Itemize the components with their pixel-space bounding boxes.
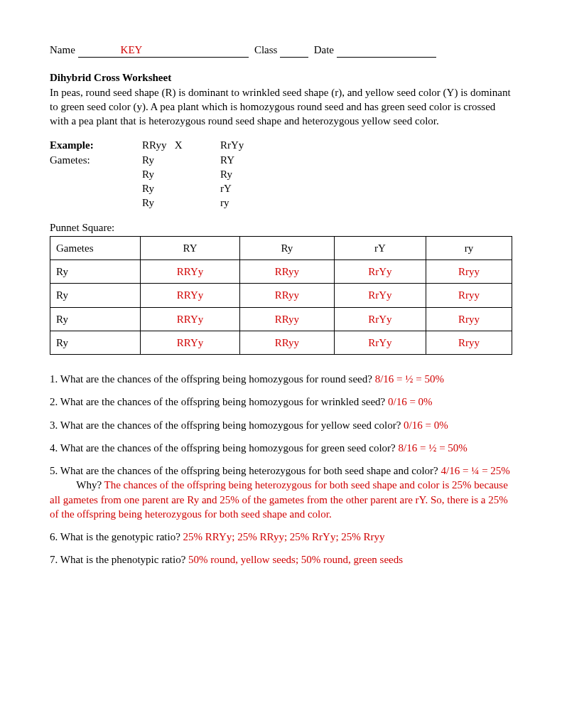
- right-gamete: Ry: [220, 167, 277, 181]
- punnett-row-header: Ry: [50, 331, 141, 354]
- punnett-cell: RRyy: [240, 284, 334, 307]
- left-gamete: Ry: [142, 196, 220, 210]
- punnett-cell: Rryy: [426, 331, 512, 354]
- punnett-cell: RrYy: [334, 307, 426, 331]
- question-text: 5. What are the chances of the offspring…: [50, 465, 441, 476]
- punnett-cell: Rryy: [426, 260, 512, 284]
- date-blank: [337, 43, 436, 58]
- question-5: 5. What are the chances of the offspring…: [50, 464, 512, 521]
- left-gamete: Ry: [142, 181, 220, 196]
- example-block: Example: Gametes: RRyy X Ry Ry Ry Ry RrY…: [50, 138, 512, 210]
- question-1: 1. What are the chances of the offspring…: [50, 372, 512, 386]
- why-label: Why?: [76, 479, 104, 491]
- punnett-square: Gametes RY Ry rY ry Ry RRYy RRyy RrYy Rr…: [50, 236, 512, 355]
- worksheet-title: Dihybrid Cross Worksheet: [50, 70, 512, 85]
- question-2: 2. What are the chances of the offspring…: [50, 395, 512, 409]
- question-6: 6. What is the genotypic ratio? 25% RRYy…: [50, 530, 512, 544]
- punnett-cell: RRYy: [141, 284, 240, 307]
- answer-text: 0/16 = 0%: [388, 396, 433, 407]
- punnett-cell: RrYy: [334, 260, 426, 284]
- punnett-col-header: rY: [334, 236, 426, 259]
- question-3: 3. What are the chances of the offspring…: [50, 418, 512, 432]
- cross-right: RrYy: [220, 138, 277, 152]
- punnett-row-header: Ry: [50, 260, 141, 284]
- punnett-row-header: Ry: [50, 307, 141, 331]
- question-text: 6. What is the genotypic ratio?: [50, 531, 183, 542]
- answer-text: 8/16 = ½ = 50%: [399, 442, 468, 454]
- header-line: Name KEY Class Date: [50, 43, 512, 58]
- answer-text: The chances of the offspring being heter…: [50, 479, 508, 520]
- punnett-cell: RrYy: [334, 284, 426, 307]
- punnett-col-header: RY: [141, 236, 240, 259]
- punnett-cell: RRYy: [141, 260, 240, 284]
- intro-text: In peas, round seed shape (R) is dominan…: [50, 85, 512, 129]
- punnett-cell: RRyy: [240, 260, 334, 284]
- answer-text: 8/16 = ½ = 50%: [375, 373, 444, 385]
- punnett-cell: RrYy: [334, 331, 426, 354]
- answer-text: 50% round, yellow seeds; 50% round, gree…: [188, 554, 403, 565]
- punnett-cell: RRyy: [240, 331, 334, 354]
- question-text: 3. What are the chances of the offspring…: [50, 419, 404, 431]
- answer-text: 0/16 = 0%: [404, 419, 448, 431]
- left-gamete: Ry: [142, 153, 220, 167]
- question-4: 4. What are the chances of the offspring…: [50, 441, 512, 455]
- right-gamete: ry: [220, 196, 277, 210]
- question-text: 1. What are the chances of the offspring…: [50, 373, 375, 385]
- punnett-cell: RRYy: [141, 307, 240, 331]
- name-blank-right: [142, 43, 249, 58]
- class-label: Class: [254, 44, 278, 55]
- question-7: 7. What is the phenotypic ratio? 50% rou…: [50, 552, 512, 567]
- example-label: Example:: [50, 139, 94, 151]
- punnett-cell: Rryy: [426, 307, 512, 331]
- punnett-label: Punnet Square:: [50, 220, 512, 235]
- class-blank: [280, 43, 308, 58]
- question-text: 4. What are the chances of the offspring…: [50, 442, 399, 454]
- question-text: 2. What are the chances of the offspring…: [50, 396, 388, 407]
- left-gamete: Ry: [142, 167, 220, 181]
- answer-text: 25% RRYy; 25% RRyy; 25% RrYy; 25% Rryy: [183, 531, 385, 542]
- gametes-label: Gametes:: [50, 153, 142, 167]
- punnett-col-header: ry: [426, 236, 512, 259]
- name-label: Name: [50, 44, 75, 55]
- cross-left: RRyy: [142, 139, 166, 151]
- punnett-col-header: Ry: [240, 236, 334, 259]
- name-blank-left: [78, 43, 121, 58]
- name-value: KEY: [121, 43, 143, 58]
- right-gamete: RY: [220, 153, 277, 167]
- cross-x: X: [175, 139, 183, 151]
- right-gamete: rY: [220, 181, 277, 196]
- punnett-row-header: Ry: [50, 284, 141, 307]
- punnett-cell: Rryy: [426, 284, 512, 307]
- punnett-corner: Gametes: [50, 236, 141, 259]
- answer-text: 4/16 = ¼ = 25%: [441, 465, 510, 476]
- punnett-cell: RRyy: [240, 307, 334, 331]
- date-label: Date: [314, 44, 334, 55]
- punnett-cell: RRYy: [141, 331, 240, 354]
- question-text: 7. What is the phenotypic ratio?: [50, 554, 188, 565]
